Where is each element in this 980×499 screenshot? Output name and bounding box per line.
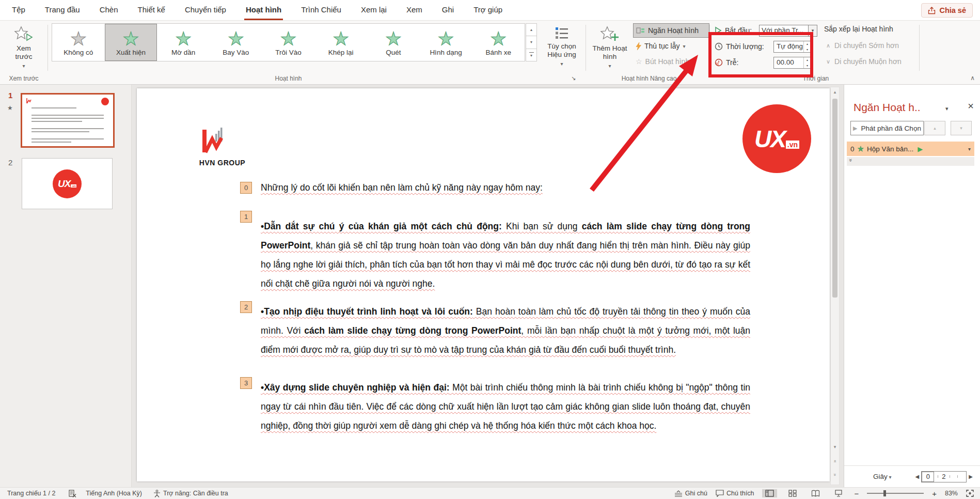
item-expand-strip[interactable]	[847, 157, 974, 166]
language-button[interactable]: Tiếng Anh (Hoa Kỳ)	[86, 490, 142, 497]
status-bar: Trang chiếu 1 / 2 Tiếng Anh (Hoa Kỳ) Trợ…	[0, 487, 980, 499]
move-later-button[interactable]: Di chuyển Muộn hơn	[826, 57, 902, 66]
slideshow-view-button[interactable]	[831, 489, 846, 497]
tab-view[interactable]: Xem	[405, 0, 424, 20]
pane-close-icon[interactable]	[968, 100, 974, 112]
tab-review[interactable]: Xem lại	[359, 0, 388, 20]
share-button[interactable]: Chia sẻ	[921, 3, 973, 18]
gallery-item-appear[interactable]: Xuất hiện	[105, 24, 157, 61]
animation-painter-button[interactable]: Bút Hoạt hình	[633, 54, 709, 69]
scroll-down-button[interactable]	[831, 442, 839, 451]
tab-help[interactable]: Trợ giúp	[472, 0, 504, 20]
animation-pane-title: Ngăn Hoạt h..	[853, 101, 921, 114]
pane-menu-caret-icon[interactable]	[945, 105, 949, 112]
gallery-item-none[interactable]: Không có	[52, 24, 105, 61]
tab-record[interactable]: Ghi	[440, 0, 455, 20]
tab-file[interactable]: Tệp	[10, 0, 27, 20]
fit-to-window-icon[interactable]	[966, 490, 974, 497]
slide-1-thumbnail[interactable]	[21, 93, 115, 148]
slide-paragraph-1[interactable]: •Dẫn dắt sự chú ý của khán giả một cách …	[261, 217, 750, 293]
tab-insert[interactable]: Chèn	[98, 0, 120, 20]
spin-up-button[interactable]	[804, 57, 811, 63]
seconds-dropdown[interactable]: Giây	[873, 473, 892, 480]
accessibility-button[interactable]: Trợ năng: Cần điều tra	[153, 490, 228, 497]
duration-spinner-input[interactable]: Tự động	[773, 41, 811, 53]
start-play-icon	[715, 26, 722, 35]
tab-animations[interactable]: Hoạt hình	[244, 0, 283, 20]
timeline-scroll-left-icon[interactable]	[915, 474, 920, 479]
animation-gallery: Không có Xuất hiện Mờ dần Bay Vào Trôi V…	[52, 23, 525, 61]
slide-editing-area[interactable]: HVN GROUP UX .vn 0 1 2 3 Những lý do cốt…	[137, 88, 830, 481]
spin-down-button[interactable]	[804, 46, 811, 52]
preview-label: Xem trước	[7, 44, 40, 61]
zoom-slider[interactable]	[867, 493, 924, 494]
add-animation-button[interactable]: Thêm Hoạt hình	[589, 23, 631, 69]
previous-slide-button[interactable]	[831, 457, 839, 466]
statusbar-right-cluster: Ghi chú Chú thích 83%	[674, 489, 974, 498]
next-slide-button[interactable]	[831, 470, 839, 479]
gallery-item-fade[interactable]: Mờ dần	[157, 24, 210, 61]
animation-list-item[interactable]: 0 Hộp Văn bản...	[847, 142, 974, 156]
slide-paragraph-2[interactable]: •Tạo nhịp điệu thuyết trình linh hoạt và…	[261, 302, 750, 360]
reading-view-button[interactable]	[808, 489, 823, 497]
zoom-out-button[interactable]	[854, 489, 859, 498]
zoom-in-button[interactable]	[932, 489, 937, 498]
timeline-scroll-right-icon[interactable]	[969, 474, 973, 479]
play-selected-button[interactable]: Phát phần đã Chọn	[850, 121, 924, 135]
gallery-scroll-up-button[interactable]	[526, 23, 537, 36]
slide-2-thumbnail[interactable]: UX .vn	[22, 158, 113, 209]
pane-move-down-button[interactable]	[951, 121, 972, 135]
tab-slideshow[interactable]: Trình Chiếu	[299, 0, 343, 20]
dialog-launcher-icon[interactable]	[571, 75, 576, 82]
comments-button[interactable]: Chú thích	[716, 490, 754, 497]
move-earlier-button[interactable]: Di chuyển Sớm hơn	[826, 41, 899, 50]
vertical-scrollbar[interactable]	[830, 87, 840, 485]
trigger-button[interactable]: Thủ tục lẫy	[633, 39, 709, 53]
spellcheck-button[interactable]	[69, 490, 76, 497]
pane-move-up-button[interactable]	[924, 121, 945, 135]
slide-paragraph-3[interactable]: •Xây dựng slide chuyên nghiệp và hiện đạ…	[261, 378, 750, 435]
normal-view-button[interactable]	[762, 489, 777, 497]
slide-sorter-view-button[interactable]	[785, 489, 800, 497]
gallery-scroll-down-button[interactable]	[526, 36, 537, 49]
duration-value: Tự động	[774, 41, 803, 52]
spin-down-button[interactable]	[804, 63, 811, 68]
gallery-item-fly-in[interactable]: Bay Vào	[210, 24, 262, 61]
gallery-item-wipe[interactable]: Quét	[367, 24, 420, 61]
zoom-slider-thumb[interactable]	[883, 490, 886, 496]
gallery-item-float-in[interactable]: Trôi Vào	[262, 24, 315, 61]
star-wipe-icon	[385, 29, 401, 48]
spin-up-button[interactable]	[804, 41, 811, 47]
animation-order-badge[interactable]: 0	[240, 182, 252, 194]
mini-text-line	[31, 107, 76, 108]
tab-transitions[interactable]: Chuyển tiếp	[183, 0, 228, 20]
chevron-down-icon	[530, 53, 532, 58]
animation-star-icon	[7, 104, 13, 112]
tab-design[interactable]: Thiết kế	[136, 0, 167, 20]
scrollbar-thumb[interactable]	[832, 99, 837, 298]
start-dropdown[interactable]: Với phần Tr...	[759, 25, 817, 37]
tab-home[interactable]: Trang đầu	[43, 0, 82, 20]
chevron-down-icon[interactable]	[809, 25, 817, 37]
gallery-item-shape[interactable]: Hình dạng	[420, 24, 472, 61]
preview-button[interactable]: Xem trước	[3, 23, 44, 69]
animation-order-badge[interactable]: 2	[240, 301, 252, 313]
effect-options-button[interactable]: Tùy chọn Hiệu ứng	[539, 23, 584, 67]
gallery-more-button[interactable]	[526, 49, 537, 61]
animation-pane-toggle-button[interactable]: Ngăn Hoạt hình	[633, 23, 709, 38]
group-label-advanced-animation: Hoạt hình Nâng cao	[589, 75, 709, 82]
timeline-scale[interactable]: 0 2	[921, 471, 967, 482]
slide-intro-text[interactable]: Những lý do cốt lõi khiến bạn nên làm ch…	[261, 178, 750, 197]
animation-order-badge[interactable]: 3	[240, 377, 252, 389]
gallery-item-split[interactable]: Khép lại	[314, 24, 367, 61]
collapse-ribbon-icon[interactable]	[970, 74, 975, 82]
animation-order-badge[interactable]: 1	[240, 211, 252, 223]
scroll-up-button[interactable]	[831, 87, 839, 97]
notes-button[interactable]: Ghi chú	[674, 490, 707, 497]
item-dropdown-icon[interactable]	[968, 146, 971, 152]
animation-pane-icon	[636, 27, 645, 34]
delay-spinner-input[interactable]: 00.00	[773, 57, 811, 69]
gallery-item-wheel[interactable]: Bánh xe	[472, 24, 525, 61]
effect-options-icon	[554, 26, 570, 40]
star-split-icon	[333, 29, 349, 48]
